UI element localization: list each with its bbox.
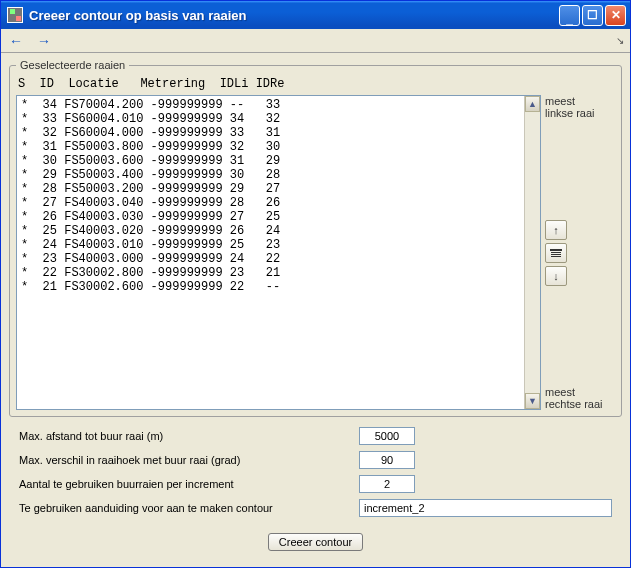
trash-icon — [550, 249, 562, 257]
form-area: Max. afstand tot buur raai (m) Max. vers… — [9, 417, 622, 527]
group-legend: Geselecteerde raaien — [16, 59, 129, 71]
window: Creeer contour op basis van raaien _ ☐ ✕… — [0, 0, 631, 568]
window-title: Creeer contour op basis van raaien — [29, 8, 559, 23]
table-row[interactable]: * 27 FS40003.040 -999999999 28 26 — [21, 196, 520, 210]
table-row[interactable]: * 22 FS30002.800 -999999999 23 21 — [21, 266, 520, 280]
arrow-down-icon: ↓ — [553, 270, 559, 282]
table-row[interactable]: * 34 FS70004.200 -999999999 -- 33 — [21, 98, 520, 112]
mid-area: * 34 FS70004.200 -999999999 -- 33* 33 FS… — [16, 95, 615, 410]
row-count: Aantal te gebruiken buurraien per increm… — [19, 475, 612, 493]
resize-grip-icon: ↘ — [616, 35, 624, 46]
action-row: Creeer contour — [9, 527, 622, 559]
scrollbar[interactable]: ▲ ▼ — [524, 96, 540, 409]
reorder-buttons: ↑ ↓ — [545, 220, 567, 286]
forward-button[interactable]: → — [35, 33, 53, 49]
table-row[interactable]: * 25 FS40003.020 -999999999 26 24 — [21, 224, 520, 238]
table-row[interactable]: * 29 FS50003.400 -999999999 30 28 — [21, 168, 520, 182]
maximize-button[interactable]: ☐ — [582, 5, 603, 26]
scroll-track[interactable] — [525, 112, 540, 393]
back-button[interactable]: ← — [7, 33, 25, 49]
table-row[interactable]: * 24 FS40003.010 -999999999 25 23 — [21, 238, 520, 252]
app-icon — [7, 7, 23, 23]
scroll-down-button[interactable]: ▼ — [525, 393, 540, 409]
arrow-up-icon: ↑ — [553, 224, 559, 236]
input-count[interactable] — [359, 475, 415, 493]
side-label-top-1: meest — [545, 95, 615, 107]
scroll-up-button[interactable]: ▲ — [525, 96, 540, 112]
side-label-bot-1: meest — [545, 386, 602, 398]
input-max-angle[interactable] — [359, 451, 415, 469]
label-max-angle: Max. verschil in raaihoek met buur raai … — [19, 454, 359, 466]
row-max-dist: Max. afstand tot buur raai (m) — [19, 427, 612, 445]
side-top-labels: meest linkse raai — [545, 95, 615, 119]
move-down-button[interactable]: ↓ — [545, 266, 567, 286]
label-max-dist: Max. afstand tot buur raai (m) — [19, 430, 359, 442]
table-row[interactable]: * 26 FS40003.030 -999999999 27 25 — [21, 210, 520, 224]
input-contour-name[interactable] — [359, 499, 612, 517]
delete-button[interactable] — [545, 243, 567, 263]
table-row[interactable]: * 33 FS60004.010 -999999999 34 32 — [21, 112, 520, 126]
side-label-bot-2: rechtse raai — [545, 398, 602, 410]
table-row[interactable]: * 31 FS50003.800 -999999999 32 30 — [21, 140, 520, 154]
table-row[interactable]: * 21 FS30002.600 -999999999 22 -- — [21, 280, 520, 294]
row-name: Te gebruiken aanduiding voor aan te make… — [19, 499, 612, 517]
toolbar: ← → ↘ — [1, 29, 630, 53]
input-max-dist[interactable] — [359, 427, 415, 445]
label-name: Te gebruiken aanduiding voor aan te make… — [19, 502, 359, 514]
minimize-button[interactable]: _ — [559, 5, 580, 26]
selected-profiles-group: Geselecteerde raaien S ID Locatie Metrer… — [9, 59, 622, 417]
profile-list[interactable]: * 34 FS70004.200 -999999999 -- 33* 33 FS… — [16, 95, 541, 410]
content: Geselecteerde raaien S ID Locatie Metrer… — [1, 53, 630, 567]
column-headers: S ID Locatie Metrering IDLi IDRe — [16, 75, 615, 95]
table-row[interactable]: * 23 FS40003.000 -999999999 24 22 — [21, 252, 520, 266]
close-button[interactable]: ✕ — [605, 5, 626, 26]
label-count: Aantal te gebruiken buurraien per increm… — [19, 478, 359, 490]
side-label-top-2: linkse raai — [545, 107, 615, 119]
side-bottom-labels: meest rechtse raai — [545, 386, 602, 410]
window-buttons: _ ☐ ✕ — [559, 5, 626, 26]
side-column: meest linkse raai ↑ — [545, 95, 615, 410]
profile-list-rows: * 34 FS70004.200 -999999999 -- 33* 33 FS… — [17, 96, 524, 409]
move-up-button[interactable]: ↑ — [545, 220, 567, 240]
table-row[interactable]: * 32 FS60004.000 -999999999 33 31 — [21, 126, 520, 140]
row-max-angle: Max. verschil in raaihoek met buur raai … — [19, 451, 612, 469]
create-contour-button[interactable]: Creeer contour — [268, 533, 363, 551]
table-row[interactable]: * 30 FS50003.600 -999999999 31 29 — [21, 154, 520, 168]
titlebar: Creeer contour op basis van raaien _ ☐ ✕ — [1, 1, 630, 29]
table-row[interactable]: * 28 FS50003.200 -999999999 29 27 — [21, 182, 520, 196]
